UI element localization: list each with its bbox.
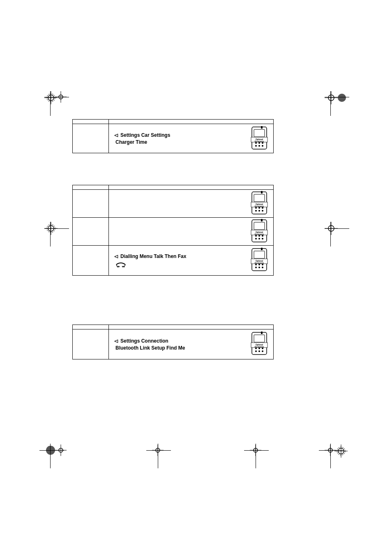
table-1-path-text2: Charger Time — [114, 139, 243, 145]
menu-arrow-3: ⊲ — [114, 338, 119, 344]
table-1-col1 — [73, 124, 109, 153]
table-2-row-3: Optional Accessory ⊲ Dialling Menu Talk … — [73, 246, 273, 275]
svg-text:Accessory: Accessory — [255, 346, 264, 348]
table-2-header — [73, 185, 273, 190]
svg-point-87 — [258, 350, 260, 352]
table-3-col1 — [73, 329, 109, 359]
table-1-row-1: Optional Accessory ⊲ Settings Car Settin… — [73, 124, 273, 153]
table-2-row1-col2: Optional Accessory — [109, 190, 273, 217]
table-2-header-col2 — [109, 185, 273, 189]
table-1-path-text: Settings Car Settings — [120, 132, 170, 138]
optional-accessory-phone-2a: Optional Accessory — [249, 191, 270, 216]
svg-rect-42 — [261, 219, 263, 221]
v-rule-bottom-right — [330, 444, 331, 468]
svg-point-64 — [255, 267, 257, 268]
table-2-row-1: Optional Accessory — [73, 190, 273, 218]
reg-mark-top-right-filled — [338, 94, 346, 102]
v-rule-top-left — [50, 91, 51, 116]
table-3-header — [73, 325, 273, 329]
table-2-row2-col2: Optional Accessory — [109, 218, 273, 245]
table-2-header-col1 — [73, 185, 109, 189]
table-3-menu-path: ⊲ Settings Connection Bluetooth Link Set… — [114, 338, 268, 351]
table-3-header-col2 — [109, 325, 273, 329]
v-rule-top-right — [330, 91, 331, 116]
h-rule-mid-left — [44, 228, 69, 229]
svg-rect-56 — [254, 251, 265, 258]
table-2-row-2: Optional Accessory — [73, 218, 273, 246]
reg-mark-top-right-outer — [325, 91, 338, 106]
table-3-path-text2: Bluetooth Link Setup Find Me — [114, 345, 243, 351]
reg-mark-bottom-right-gear — [334, 444, 348, 459]
optional-accessory-phone-1: Optional Accessory — [249, 126, 270, 151]
svg-point-36 — [262, 210, 263, 212]
table-2-row3-col1 — [73, 246, 109, 275]
h-rule-bottom-center-1 — [146, 450, 171, 451]
table-2-row1-col1 — [73, 190, 109, 217]
svg-text:Accessory: Accessory — [255, 140, 264, 143]
v-rule-mid-left — [50, 222, 51, 246]
table-1-header-col2 — [109, 120, 273, 124]
table-1-header-col1 — [73, 120, 109, 124]
table-2-row3-menu: ⊲ Dialling Menu Talk Then Fax — [114, 253, 268, 268]
table-2-row3-col2: Optional Accessory ⊲ Dialling Menu Talk … — [109, 246, 273, 275]
menu-arrow-2: ⊲ — [114, 253, 119, 260]
table-3-path-text: Settings Connection — [120, 338, 168, 344]
menu-arrow-1: ⊲ — [114, 132, 119, 138]
reg-mark-mid-right — [325, 222, 338, 237]
optional-accessory-phone-2c: Optional Accessory — [249, 248, 270, 273]
h-rule-top-left — [44, 97, 69, 97]
optional-accessory-phone-3: Optional Accessory — [249, 332, 270, 357]
end-call-icon — [115, 261, 126, 268]
svg-point-65 — [258, 267, 260, 268]
v-rule-bottom-center-1 — [158, 444, 158, 468]
table-3-col2: Optional Accessory ⊲ Settings Connection… — [109, 329, 273, 359]
svg-text:Accessory: Accessory — [255, 205, 264, 207]
svg-rect-79 — [261, 332, 263, 334]
svg-point-49 — [255, 238, 257, 240]
svg-rect-26 — [254, 194, 265, 202]
svg-point-51 — [262, 238, 263, 240]
table-3-row-1: Optional Accessory ⊲ Settings Connection… — [73, 329, 273, 359]
svg-point-50 — [258, 238, 260, 240]
svg-point-19 — [255, 145, 257, 147]
svg-point-35 — [258, 210, 260, 212]
table-2-row2-col1 — [73, 218, 109, 245]
svg-point-86 — [255, 350, 257, 352]
v-rule-bottom-left — [50, 444, 51, 468]
svg-point-20 — [258, 145, 260, 147]
v-rule-bottom-center-2 — [256, 444, 256, 468]
table-1: Optional Accessory ⊲ Settings Car Settin… — [72, 119, 274, 153]
h-rule-mid-right — [325, 228, 349, 229]
svg-rect-12 — [261, 126, 263, 129]
optional-accessory-phone-2b: Optional Accessory — [249, 219, 270, 244]
svg-text:Accessory: Accessory — [255, 233, 264, 235]
table-3-header-col1 — [73, 325, 109, 329]
svg-rect-41 — [254, 222, 265, 230]
svg-rect-11 — [254, 129, 265, 137]
h-rule-top-right — [325, 97, 349, 97]
table-3: Optional Accessory ⊲ Settings Connection… — [72, 325, 274, 359]
reg-mark-top-left-inner — [55, 91, 67, 104]
table-1-col2: Optional Accessory ⊲ Settings Car Settin… — [109, 124, 273, 153]
reg-mark-mid-left — [44, 222, 58, 237]
svg-point-88 — [262, 350, 263, 352]
svg-point-21 — [262, 145, 263, 147]
svg-rect-78 — [254, 335, 265, 342]
table-1-header — [73, 120, 273, 124]
h-rule-bottom-center-2 — [244, 450, 269, 451]
table-2-row3-path: Dialling Menu Talk Then Fax — [120, 253, 186, 259]
table-1-menu-path: ⊲ Settings Car Settings Charger Time — [114, 132, 268, 145]
svg-rect-27 — [261, 191, 263, 193]
svg-text:Accessory: Accessory — [255, 262, 264, 264]
svg-point-66 — [262, 267, 263, 268]
reg-mark-bottom-left-cross — [55, 444, 67, 458]
table-2: Optional Accessory — [72, 185, 274, 276]
v-rule-mid-right — [330, 222, 331, 246]
svg-point-34 — [255, 210, 257, 212]
svg-rect-57 — [261, 248, 263, 250]
